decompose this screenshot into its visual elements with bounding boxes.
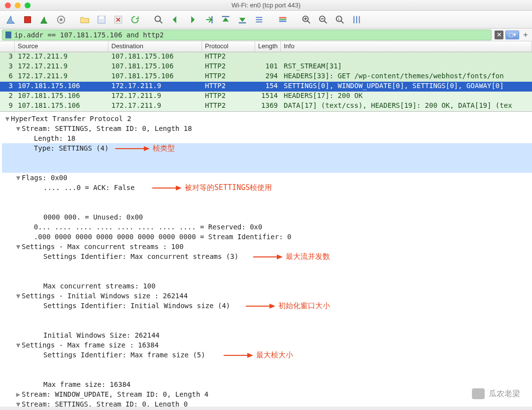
reload-icon[interactable] [128, 13, 142, 27]
tree-unused[interactable]: 0000 000. = Unused: 0x00 [2, 212, 532, 222]
find-icon[interactable] [152, 13, 166, 27]
disclosure-triangle-icon[interactable]: ▶ [15, 389, 22, 399]
save-file-icon[interactable] [95, 13, 108, 27]
packet-list[interactable]: 3172.17.211.9107.181.175.106HTTP23172.17… [0, 52, 532, 111]
tree-reserved[interactable]: 0... .... .... .... .... .... .... .... … [2, 222, 532, 232]
packet-row[interactable]: 3107.181.175.106172.17.211.9HTTP2154SETT… [0, 82, 532, 92]
svg-marker-37 [269, 304, 275, 309]
svg-line-22 [324, 20, 327, 23]
packet-row[interactable]: 3172.17.211.9107.181.175.106HTTP2 [0, 52, 532, 62]
tree-stream-settings[interactable]: ▼Stream: SETTINGS, Stream ID: 0, Length … [2, 124, 532, 133]
zoom-out-icon[interactable] [316, 13, 330, 27]
resize-columns-icon[interactable] [350, 13, 364, 27]
svg-text:1: 1 [337, 16, 339, 21]
tree-flags[interactable]: ▼Flags: 0x00 [2, 173, 532, 183]
apply-filter-button[interactable]: ▢▾ [505, 31, 519, 39]
svg-point-2 [60, 18, 63, 21]
tree-max-concurrent-id[interactable]: Settings Identifier: Max concurrent stre… [2, 252, 532, 281]
watermark: 瓜农老梁 [472, 388, 520, 399]
bookmark-icon[interactable] [5, 32, 11, 38]
display-filter-text: ip.addr == 107.181.175.106 and http2 [14, 31, 488, 39]
tree-window-update[interactable]: ▶Stream: WINDOW_UPDATE, Stream ID: 0, Le… [2, 389, 532, 399]
add-filter-button[interactable]: + [521, 31, 530, 39]
display-filter-input[interactable]: ip.addr == 107.181.175.106 and http2 [2, 30, 492, 40]
tree-root[interactable]: ▼HyperText Transfer Protocol 2 [2, 114, 532, 124]
tree-stream-id[interactable]: .000 0000 0000 0000 0000 0000 0000 0000 … [2, 232, 532, 242]
close-file-icon[interactable] [111, 13, 125, 27]
disclosure-triangle-icon[interactable]: ▼ [4, 114, 11, 124]
tree-window-size-id[interactable]: Settings Identifier: Initial Windows siz… [2, 301, 532, 330]
colorize-icon[interactable] [276, 13, 290, 27]
svg-rect-16 [279, 20, 287, 22]
go-to-packet-icon[interactable] [202, 13, 216, 27]
annotation-ack-false: 被对等的SETTINGS桢使用 [152, 183, 272, 192]
window-title: Wi-Fi: en0 (tcp port 443) [0, 1, 532, 9]
options-icon[interactable] [54, 13, 68, 27]
open-file-icon[interactable] [78, 13, 92, 27]
disclosure-triangle-icon[interactable]: ▼ [15, 399, 22, 407]
col-info[interactable]: Info [281, 41, 532, 52]
col-protocol[interactable]: Protocol [202, 41, 255, 52]
go-forward-icon[interactable] [185, 13, 199, 27]
disclosure-triangle-icon[interactable]: ▼ [15, 242, 22, 252]
svg-line-7 [160, 20, 163, 23]
tree-type-settings[interactable]: Type: SETTINGS (4) 桢类型 [2, 143, 532, 173]
tree-frame-size-id[interactable]: Settings Identifier: Max frame size (5) … [2, 350, 532, 379]
clear-filter-icon[interactable]: ✕ [495, 31, 503, 39]
auto-scroll-icon[interactable] [252, 13, 266, 27]
disclosure-triangle-icon[interactable]: ▼ [15, 340, 22, 350]
restart-capture-icon[interactable] [37, 13, 51, 27]
col-number[interactable] [0, 41, 15, 52]
main-toolbar: 1 [0, 11, 532, 29]
svg-rect-14 [279, 17, 287, 18]
svg-marker-33 [176, 186, 182, 190]
annotation-frame-size: 最大桢大小 [224, 350, 293, 360]
disclosure-triangle-icon[interactable]: ▼ [15, 291, 22, 301]
svg-rect-15 [279, 19, 287, 20]
annotation-window-size: 初始化窗口大小 [246, 301, 330, 311]
display-filter-bar: ip.addr == 107.181.175.106 and http2 ✕ ▢… [0, 29, 532, 41]
zoom-reset-icon[interactable]: 1 [333, 13, 347, 27]
go-first-icon[interactable] [219, 13, 233, 27]
packet-row[interactable]: 6172.17.211.9107.181.175.106HTTP2294HEAD… [0, 72, 532, 82]
svg-line-25 [341, 20, 344, 23]
tree-length[interactable]: Length: 18 [2, 133, 532, 143]
shark-fin-icon[interactable] [4, 13, 18, 27]
go-last-icon[interactable] [235, 13, 249, 27]
tree-max-concurrent[interactable]: ▼Settings - Max concurrent streams : 100 [2, 242, 532, 252]
annotation-frame-type: 桢类型 [115, 143, 175, 153]
tree-window-size-val[interactable]: Initial Windows Size: 262144 [2, 330, 532, 340]
zoom-in-icon[interactable] [299, 13, 313, 27]
col-source[interactable]: Source [15, 41, 108, 52]
tree-ack-false[interactable]: .... ...0 = ACK: False 被对等的SETTINGS桢使用 [2, 183, 532, 212]
svg-marker-35 [277, 254, 283, 259]
watermark-text: 瓜农老梁 [489, 389, 520, 399]
tree-frame-size[interactable]: ▼Settings - Max frame size : 16384 [2, 340, 532, 350]
tree-window-size[interactable]: ▼Settings - Initial Windows size : 26214… [2, 291, 532, 301]
annotation-max-concurrent: 最大流并发数 [253, 252, 330, 261]
packet-row[interactable]: 3172.17.211.9107.181.175.106HTTP2101RST_… [0, 62, 532, 72]
disclosure-triangle-icon[interactable]: ▼ [15, 173, 22, 183]
tree-settings-2[interactable]: ▼Stream: SETTINGS, Stream ID: 0, Length … [2, 399, 532, 407]
packet-details-pane[interactable]: ▼HyperText Transfer Protocol 2 ▼Stream: … [0, 111, 532, 407]
packet-row[interactable]: 9107.181.175.106172.17.211.9HTTP21369DAT… [0, 101, 532, 111]
svg-line-18 [307, 20, 310, 23]
titlebar: Wi-Fi: en0 (tcp port 443) [0, 0, 532, 11]
svg-marker-31 [144, 146, 150, 151]
packet-list-header: Source Destination Protocol Length Info [0, 41, 532, 52]
col-length[interactable]: Length [255, 41, 281, 52]
go-back-icon[interactable] [168, 13, 182, 27]
disclosure-triangle-icon[interactable]: ▼ [15, 124, 22, 133]
tree-frame-size-val[interactable]: Max frame size: 16384 [2, 379, 532, 389]
svg-marker-39 [247, 353, 253, 358]
svg-rect-0 [25, 16, 31, 23]
chat-bubble-icon [472, 388, 485, 399]
tree-max-concurrent-val[interactable]: Max concurrent streams: 100 [2, 281, 532, 291]
col-destination[interactable]: Destination [108, 41, 202, 52]
stop-capture-icon[interactable] [21, 13, 34, 27]
svg-rect-4 [99, 16, 103, 19]
packet-row[interactable]: 2107.181.175.106172.17.211.9HTTP21514HEA… [0, 92, 532, 101]
